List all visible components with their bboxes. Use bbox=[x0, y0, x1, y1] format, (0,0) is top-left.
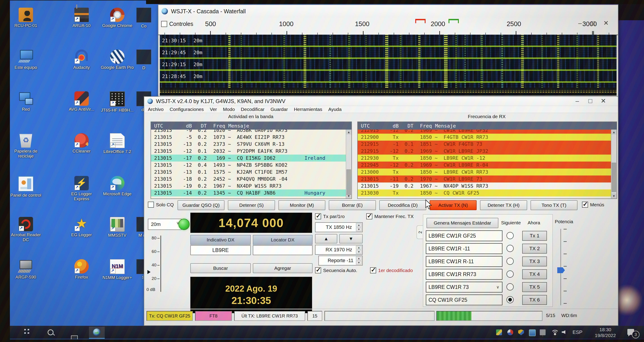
dx-call-input[interactable]: LB9RE bbox=[190, 245, 251, 255]
tx-message-field-2[interactable]: LB9RE CW1R -11 bbox=[426, 243, 502, 254]
decode-row[interactable]: 212915-120.21969~CW1R LB9RE JP32 bbox=[358, 148, 611, 154]
language-indicator[interactable]: ESP bbox=[572, 329, 582, 335]
decode-row[interactable]: 213015-180.22452~KP4QVQ MM0DGR -04 bbox=[151, 176, 346, 183]
add-button[interactable]: Agregar bbox=[253, 263, 312, 273]
tray-app-icon-2[interactable] bbox=[508, 329, 513, 335]
spin-down-icon[interactable]: ▼ bbox=[356, 250, 362, 254]
desktop-icon-acrobat-reader-dc[interactable]: Acrobat Reader DC bbox=[9, 217, 43, 243]
desktop-icon-papelera-de-reciclaje[interactable]: Papelera de reciclaje bbox=[9, 133, 43, 159]
hold-tx-chec kbox-row[interactable]: Mantener Frec. TX bbox=[366, 213, 414, 219]
detener-tx-h-button[interactable]: Detener TX (H) bbox=[480, 200, 527, 210]
halt-tx-down-button[interactable]: ▼ bbox=[339, 234, 363, 243]
controls-checkbox[interactable] bbox=[161, 21, 167, 27]
decode-row[interactable]: 213015-110.21970~CW1R LB9RE 73 bbox=[358, 176, 611, 183]
waterfall-display[interactable]: 21:30:1520m21:29:4520m21:29:1520m21:28:4… bbox=[160, 35, 616, 88]
desktop-icon-eg-logger-express[interactable]: EG Logger Express bbox=[65, 176, 98, 202]
decode-row[interactable]: 213030Tx1850~CQ CW1R GF25 bbox=[358, 190, 611, 197]
menu-archivo[interactable]: Archivo bbox=[148, 107, 164, 112]
menu-ayuda[interactable]: Ayuda bbox=[328, 107, 342, 112]
scroll-down-icon[interactable]: ▼ bbox=[611, 194, 616, 199]
decode-row[interactable]: 213000Tx1850~LB9RE CW1R RR73 bbox=[358, 168, 611, 176]
desktop-icon-firefox[interactable]: Firefox bbox=[65, 259, 98, 280]
tx-even-checkbox-row[interactable]: Tx par/1ro bbox=[315, 213, 345, 219]
dx-grid-input[interactable] bbox=[253, 245, 312, 255]
desktop-icon-argp-590[interactable]: ARGP-590 bbox=[9, 259, 43, 280]
scroll-thumb[interactable] bbox=[346, 169, 351, 195]
tx-5-next-radio[interactable] bbox=[506, 283, 514, 290]
waterfall-titlebar[interactable]: WSJT-X - Cascada - Waterfall bbox=[158, 5, 618, 18]
desktop-icon-audacity[interactable]: Audacity bbox=[65, 50, 98, 70]
decode-row[interactable]: 213015-130.11575~KJ2AM CT1FOE IM57 bbox=[151, 168, 346, 176]
tray-monitor-icon[interactable] bbox=[540, 329, 546, 335]
desktop-icon-eg-logger[interactable]: EG Logger bbox=[65, 217, 98, 237]
decode-row[interactable]: 213015-140.21345~CQ HA1BF JN86Hungary bbox=[151, 190, 346, 197]
tx-6-next-radio[interactable] bbox=[506, 296, 514, 303]
call-1st-checkbox-row[interactable]: 1er decodificado bbox=[370, 267, 413, 273]
rx-frequency-rows[interactable]: 212915-120.21969~CW1R LB9RE GF32212900Tx… bbox=[358, 130, 611, 199]
tray-app-icon-1[interactable] bbox=[496, 329, 502, 335]
minimize-icon[interactable]: – bbox=[574, 19, 586, 27]
spin-down-icon[interactable]: ▼ bbox=[356, 261, 362, 265]
tx-3-next-radio[interactable] bbox=[506, 258, 514, 265]
tx-even-checkbox[interactable] bbox=[315, 213, 321, 219]
decode-row[interactable]: 213015-120.12032~PY2DPM EA1FK RR73 bbox=[151, 148, 346, 154]
hold-tx-checkbox[interactable] bbox=[366, 213, 372, 219]
desktop-icon-ccleaner[interactable]: CCleaner bbox=[65, 133, 98, 154]
tx-5-now-button[interactable]: TX 5 bbox=[522, 282, 547, 292]
tx-message-field-6[interactable]: CQ CW1R GF25 bbox=[426, 294, 502, 305]
borrar-e-button[interactable]: Borrar (E) bbox=[329, 200, 376, 210]
menu-guardar[interactable]: Guardar bbox=[270, 107, 288, 112]
decode-row[interactable]: 212930Tx1850~LB9RE CW1R -12 bbox=[358, 154, 611, 161]
close-icon[interactable]: ✕ bbox=[600, 19, 612, 27]
power-slider-handle[interactable] bbox=[557, 267, 565, 273]
tray-shield-icon[interactable] bbox=[518, 329, 524, 335]
decode-row[interactable]: 213015-170.2169~CQ EI5KG IO62Ireland bbox=[151, 154, 346, 161]
scroll-up-icon[interactable]: ▲ bbox=[346, 130, 352, 134]
desktop-icon-co[interactable]: Co bbox=[127, 8, 161, 29]
tx-2-now-button[interactable]: TX 2 bbox=[522, 244, 547, 254]
wifi-icon[interactable] bbox=[551, 330, 558, 336]
close-icon[interactable]: ✕ bbox=[597, 97, 610, 105]
taskbar-clock[interactable]: 18:30 19/8/2022 bbox=[587, 327, 623, 339]
start-button[interactable] bbox=[23, 329, 29, 335]
dx-call-header[interactable]: Indicativo DX bbox=[190, 235, 251, 245]
menu-decodificar[interactable]: Decodificar bbox=[241, 107, 264, 112]
menus-checkbox-row[interactable]: Menús bbox=[582, 202, 604, 208]
tray-app-icon-3[interactable] bbox=[529, 329, 536, 336]
solo-cq-checkbox-row[interactable]: Solo CQ bbox=[148, 202, 174, 208]
tx-2-next-radio[interactable] bbox=[506, 245, 514, 252]
tx-4-next-radio[interactable] bbox=[506, 270, 514, 278]
call-1st-checkbox[interactable] bbox=[370, 267, 376, 273]
frequency-display[interactable]: 14,074 000 bbox=[190, 213, 312, 233]
desktop-icon-rcu-pc-01[interactable]: RCU-PC-01 bbox=[9, 8, 43, 28]
band-select[interactable]: 20m bbox=[148, 219, 182, 230]
search-icon[interactable] bbox=[48, 329, 54, 335]
tx-1-now-button[interactable]: Tx 1 bbox=[522, 231, 547, 241]
rx-freq-spinner[interactable]: RX 1970 Hz ▲▼ bbox=[315, 245, 363, 255]
auto-seq-checkbox[interactable] bbox=[315, 267, 321, 273]
maximize-icon[interactable]: □ bbox=[586, 19, 600, 27]
report-spinner[interactable]: Reporte -11 ▲▼ bbox=[318, 256, 363, 265]
menu-ver[interactable]: Ver bbox=[210, 107, 217, 112]
menus-checkbox[interactable] bbox=[582, 202, 588, 208]
maximize-icon[interactable]: □ bbox=[584, 97, 597, 105]
band-activity-scrollbar[interactable]: ▲ ▼ bbox=[346, 130, 352, 199]
menu-herramientas[interactable]: Herramientas bbox=[294, 107, 322, 112]
desktop-icon-d[interactable]: D bbox=[127, 50, 161, 70]
menu-modo[interactable]: Modo bbox=[223, 107, 235, 112]
main-titlebar[interactable]: WSJT-X v2.4.0 by K1JT, G4WJS, K9AN, and … bbox=[144, 97, 618, 106]
tono-tx-t-button[interactable]: Tono TX (T) bbox=[530, 200, 578, 210]
tx-6-now-button[interactable]: TX 6 bbox=[522, 295, 547, 305]
halt-tx-up-button[interactable]: ▲ bbox=[315, 234, 337, 243]
desktop-icon-panel-de-control[interactable]: Panel de control bbox=[9, 176, 43, 198]
rx-frequency-scrollbar[interactable]: ▲ ▼ bbox=[611, 130, 616, 199]
decode-row[interactable]: 213015-190.21967~NX4DP W1SS RR73 bbox=[358, 183, 611, 190]
tx-message-field-3[interactable]: LB9RE CW1R R-11 bbox=[426, 256, 502, 267]
detener-s-button[interactable]: Detener (S) bbox=[228, 200, 275, 210]
desktop-icon-microsoft-edge[interactable]: Microsoft Edge bbox=[100, 176, 134, 197]
decode-row[interactable]: 212900Tx1850~F4GTB CW1R RR73 bbox=[358, 134, 611, 141]
desktop-icon-avg-antivir[interactable]: AVG AntiVir... bbox=[65, 91, 98, 112]
band-activity-rows[interactable]: 213015-90.21020~AO5BK UA0FIO RR73213015-… bbox=[151, 130, 346, 199]
decode-row[interactable]: 213015-90.21020~AO5BK UA0FIO RR73 bbox=[151, 130, 346, 134]
decode-row[interactable]: 213015-130.22373~S79VU CX6VM R-13 bbox=[151, 141, 346, 148]
